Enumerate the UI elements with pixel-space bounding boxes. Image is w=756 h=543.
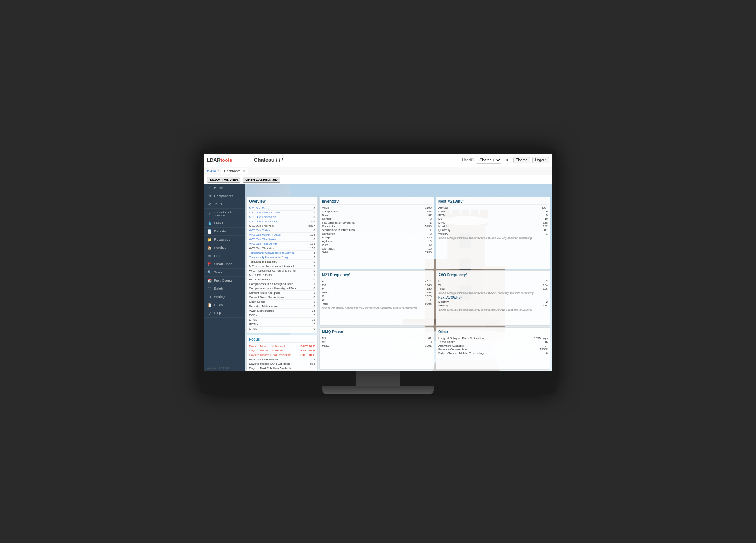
topbar: LDAR tools Chateau / / / User01 Chateau … xyxy=(204,154,552,167)
logo-ldar: LDAR xyxy=(207,157,220,163)
focus-panel: Focus Days to Missed 1st AttemptPAST DUE… xyxy=(246,335,318,371)
smartflags-icon: 🚩 xyxy=(207,262,212,266)
sidebar-item-scout[interactable]: 🔍 Scout xyxy=(204,269,245,277)
overview-row: Components in an Unassigned Tour0 xyxy=(249,286,315,291)
overview-row: M21 Due Within 4 Days1 xyxy=(249,211,315,215)
sidebar-item-home[interactable]: ⌂ Home xyxy=(204,184,245,192)
focus-row: Days to Missed 1st ReTestPAST DUE xyxy=(249,348,315,353)
overview-row: M21 Due This Month5307 xyxy=(249,219,315,224)
dashboard-tab-close[interactable]: × xyxy=(243,169,245,173)
sidebar-item-inspections[interactable]: ✓ Inspections & Attempts xyxy=(204,209,245,219)
focus-row: Days to Missed DOR Est Repair-585 xyxy=(249,362,315,366)
next-m21why-items: Annual4004DTM6IDTM5M110MMQ138Monthly132Q… xyxy=(438,206,548,235)
inventory-items: Valve1190Compressor788Drain37Sensor2Inst… xyxy=(322,206,432,254)
enjoy-view-button[interactable]: ENJOY THE VIEW xyxy=(207,177,240,183)
action-bar: ENJOY THE VIEW OPEN DASHBOARD xyxy=(204,175,552,184)
next-m21why-note: *DORs with special frequencies may preve… xyxy=(438,237,548,239)
overview-row: AVO Due Today0 xyxy=(249,228,315,233)
breadcrumb-bar: Home × Dashboard × xyxy=(204,167,552,175)
avo-freq-note: *DORs with special frequencies may preve… xyxy=(438,292,548,294)
sidebar-item-tours[interactable]: ◎ Tours xyxy=(204,200,245,209)
reports-icon: 📄 xyxy=(207,229,212,234)
sidebar-item-smartflags[interactable]: 🚩 Smart Flags xyxy=(204,260,245,269)
scout-icon: 🔍 xyxy=(207,270,212,274)
fieldevents-icon: 📅 xyxy=(207,279,212,283)
overview-panel: Overview M21 Due Today0M21 Due Within 4 … xyxy=(246,197,318,333)
overview-row: Temporarily Unavailable in Service4 xyxy=(249,251,315,255)
sidebar-item-ogi[interactable]: 👁 OGI xyxy=(204,252,245,260)
inspections-icon: ✓ xyxy=(207,212,212,216)
topbar-user: User01 xyxy=(462,158,474,162)
monitor-screen: LDAR tools Chateau / / / User01 Chateau … xyxy=(204,154,552,371)
overview-row: M21 Insp on tour comps this month0 xyxy=(249,264,315,269)
sidebar-item-porches[interactable]: 🏠 Porches xyxy=(204,244,245,252)
focus-row: Days to Next TUx Item Available-- xyxy=(249,366,315,371)
logo-area: LDAR tools xyxy=(207,157,248,163)
components-icon: ⚙ xyxy=(207,194,212,198)
mmq-phase-title: MMQ Phase xyxy=(322,330,432,335)
sidebar-item-rules[interactable]: 📋 Rules xyxy=(204,301,245,309)
m21-freq-items: A4014EX1245M130MMQ158Q1020W1Total6568 xyxy=(322,280,432,305)
theme-button[interactable]: Theme xyxy=(513,157,530,163)
focus-row: Days to Missed 1st AttemptPAST DUE xyxy=(249,344,315,348)
overview-row: Temporarily Unavailable Purged3 xyxy=(249,255,315,260)
overview-row: AVO Due Within 4 Days134 xyxy=(249,233,315,237)
main-body: ⌂ Home ⚙ Components ◎ Tours ✓ Inspection… xyxy=(204,184,552,371)
focus-title: Focus xyxy=(249,337,315,343)
breadcrumb-dashboard[interactable]: Dashboard × xyxy=(221,168,248,174)
version-label: Version 1.3.2.1180 xyxy=(204,366,245,371)
other-title: Other xyxy=(438,330,548,335)
sidebar-item-settings[interactable]: ⚙ Settings xyxy=(204,293,245,301)
left-column: Overview M21 Due Today0M21 Due Within 4 … xyxy=(245,195,319,371)
mmq-phase-items: M181M20MMQ1091 xyxy=(322,337,432,347)
overview-title: Overview xyxy=(249,199,315,205)
topbar-right: User01 Chateau ⊞ Theme Logout xyxy=(462,157,549,164)
logout-button[interactable]: Logout xyxy=(532,157,549,163)
next-m21why-title: Next M21Why* xyxy=(438,199,548,205)
avo-freq-title: AVO Frequency* xyxy=(438,273,548,278)
monitor-icon-btn[interactable]: ⊞ xyxy=(504,157,511,163)
content-area: Overview M21 Due Today0M21 Due Within 4 … xyxy=(245,184,552,371)
sidebar-item-safety[interactable]: 🛡 Safety xyxy=(204,285,245,293)
sidebar-item-reports[interactable]: 📄 Reports xyxy=(204,228,245,236)
focus-rows: Days to Missed 1st AttemptPAST DUEDays t… xyxy=(249,344,315,371)
panels-right: Inventory Valve1190Compressor788Drain37S… xyxy=(319,195,552,371)
overview-row: Report to Maintenance0 xyxy=(249,304,315,309)
sidebar-item-leaks[interactable]: 💧 Leaks xyxy=(204,219,245,228)
focus-row: Days to Missed Final ResolutionPAST DUE xyxy=(249,353,315,357)
resources-icon: 📁 xyxy=(207,238,212,242)
overview-row: Open Leaks0 xyxy=(249,300,315,304)
mmq-phase-panel: MMQ Phase M181M20MMQ1091 xyxy=(319,327,434,370)
m21-freq-title: M21 Frequency* xyxy=(322,273,432,278)
sidebar-item-components[interactable]: ⚙ Components xyxy=(204,192,245,200)
stand-base xyxy=(322,386,434,394)
next-avowhy-items: Monthly2Weekly134 xyxy=(438,300,548,307)
sidebar-item-resources[interactable]: 📁 Resources xyxy=(204,236,245,244)
overview-row: DTMs16 xyxy=(249,318,315,322)
page-title: Chateau / / / xyxy=(254,157,462,163)
open-dashboard-button[interactable]: OPEN DASHBOARD xyxy=(243,177,280,183)
overview-row: AVO Due This Month136 xyxy=(249,242,315,246)
monitor-outer: LDAR tools Chateau / / / User01 Chateau … xyxy=(200,149,556,394)
overview-row: IDTMs7 xyxy=(249,322,315,327)
help-icon: ? xyxy=(207,311,212,315)
other-items: Longest Delay on Daily Calibration1575 d… xyxy=(438,337,548,355)
focus-row: Past Due Leak Events19 xyxy=(249,357,315,362)
home-icon: ⌂ xyxy=(207,186,212,190)
sidebar-item-help[interactable]: ? Help xyxy=(204,309,245,318)
overview-row: AVO Due This Week0 xyxy=(249,237,315,242)
next-m21why-panel: Next M21Why* Annual4004DTM6IDTM5M110MMQ1… xyxy=(436,197,550,269)
overview-row: AVO Insp on tour comps this month0 xyxy=(249,269,315,273)
avo-freq-panel: AVO Frequency* M2W134Total136 *DORs with… xyxy=(436,270,550,326)
monitor-stand xyxy=(204,371,552,394)
sidebar-item-fieldevents[interactable]: 📅 Field Events xyxy=(204,277,245,285)
client-select[interactable]: Chateau xyxy=(476,157,501,164)
breadcrumb-home[interactable]: Home xyxy=(207,169,216,173)
m21-freq-panel: M21 Frequency* A4014EX1245M130MMQ158Q102… xyxy=(319,270,434,326)
overview-row: M21 Due This Week0 xyxy=(249,215,315,219)
rules-icon: 📋 xyxy=(207,303,212,307)
overview-row: AVO Due This Year136 xyxy=(249,246,315,251)
overview-row: DORs7 xyxy=(249,313,315,318)
m21-freq-note: *DORs with special frequencies may preve… xyxy=(322,306,432,309)
app: LDAR tools Chateau / / / User01 Chateau … xyxy=(204,154,552,371)
